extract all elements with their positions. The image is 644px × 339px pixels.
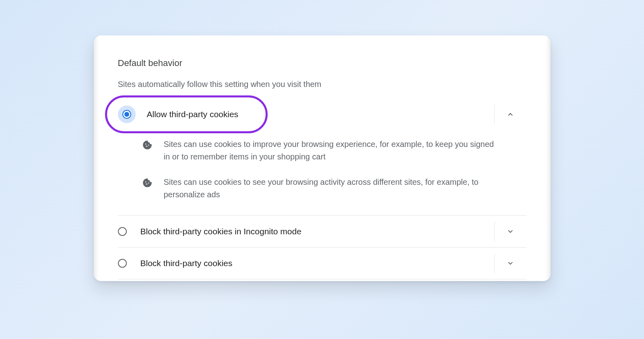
option-label: Block third-party cookies: [140, 258, 233, 268]
svg-point-1: [146, 146, 147, 147]
radio-block-incognito[interactable]: [118, 227, 127, 236]
svg-point-3: [145, 146, 146, 147]
option-label: Block third-party cookies in Incognito m…: [140, 227, 301, 236]
cookie-icon: [142, 140, 153, 150]
section-title: Default behavior: [118, 58, 526, 68]
chevron-down-icon: [507, 260, 514, 267]
option-left: Block third-party cookies in Incognito m…: [118, 227, 490, 236]
svg-point-0: [145, 144, 146, 145]
svg-point-4: [145, 182, 146, 183]
expand-toggle-block-incognito[interactable]: [494, 222, 526, 241]
option-allow-details: Sites can use cookies to improve your br…: [118, 130, 526, 215]
section-description: Sites automatically follow this setting …: [118, 80, 526, 89]
detail-row: Sites can use cookies to see your browsi…: [142, 170, 494, 207]
radio-allow-third-party[interactable]: [118, 105, 136, 123]
chevron-down-icon: [507, 228, 514, 235]
expand-toggle-block-third-party[interactable]: [494, 254, 526, 273]
option-allow-third-party[interactable]: Allow third-party cookies: [118, 99, 526, 130]
divider: [118, 279, 526, 279]
option-left: Block third-party cookies: [118, 258, 490, 268]
expand-toggle-allow[interactable]: [494, 105, 526, 124]
radio-block-third-party[interactable]: [118, 259, 127, 268]
chevron-up-icon: [507, 111, 514, 118]
settings-panel: Default behavior Sites automatically fol…: [94, 35, 551, 281]
svg-point-5: [146, 184, 147, 185]
option-left: Allow third-party cookies: [118, 105, 490, 123]
settings-content: Default behavior Sites automatically fol…: [94, 35, 551, 279]
option-block-third-party[interactable]: Block third-party cookies: [118, 248, 526, 279]
option-label: Allow third-party cookies: [147, 110, 239, 119]
svg-point-2: [148, 145, 149, 145]
svg-point-7: [145, 184, 146, 184]
detail-row: Sites can use cookies to improve your br…: [142, 132, 494, 170]
radio-indicator-selected: [122, 110, 131, 119]
detail-text: Sites can use cookies to see your browsi…: [164, 176, 494, 201]
cookie-icon: [142, 178, 153, 188]
detail-text: Sites can use cookies to improve your br…: [164, 138, 494, 163]
option-block-incognito[interactable]: Block third-party cookies in Incognito m…: [118, 216, 526, 247]
svg-point-6: [148, 182, 149, 183]
